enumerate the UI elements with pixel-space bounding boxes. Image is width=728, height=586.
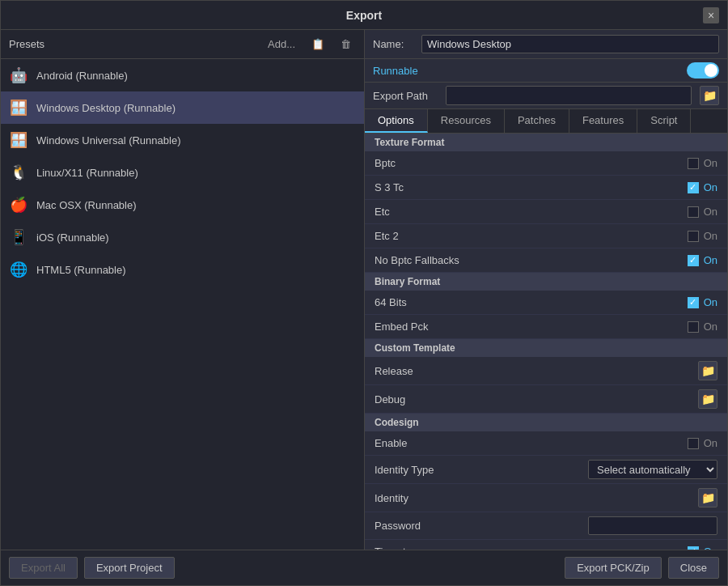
sidebar-item-android[interactable]: 🤖 Android (Runnable)	[1, 59, 364, 91]
option-row-release: Release📁	[365, 357, 727, 385]
option-row-etc2: Etc 2On	[365, 224, 727, 248]
tab-patches[interactable]: Patches	[505, 109, 569, 133]
runnable-toggle[interactable]	[687, 62, 719, 79]
platform-icon: 🍎	[9, 195, 28, 214]
identity-folder-button[interactable]: 📁	[698, 488, 717, 507]
sidebar-item-windows-universal[interactable]: 🪟 Windows Universal (Runnable)	[1, 124, 364, 156]
etc-checkbox[interactable]	[688, 206, 699, 218]
option-label-password: Password	[375, 520, 588, 532]
add-preset-button[interactable]: Add...	[263, 36, 300, 52]
preset-list: 🤖 Android (Runnable) 🪟 Windows Desktop (…	[1, 59, 364, 550]
platform-icon: 🤖	[9, 66, 28, 85]
section-header-custom-template: Custom Template	[365, 339, 727, 357]
runnable-label[interactable]: Runnable	[373, 65, 679, 77]
tab-options[interactable]: Options	[365, 109, 428, 133]
options-panel: Texture FormatBptcOnS 3 Tc✓OnEtcOnEtc 2O…	[365, 134, 727, 550]
option-value-password	[588, 516, 717, 535]
option-row-debug: Debug📁	[365, 385, 727, 414]
preset-label: Windows Desktop (Runnable)	[36, 102, 176, 114]
option-row-bptc: BptcOn	[365, 151, 727, 176]
export-all-button[interactable]: Export All	[9, 557, 78, 579]
option-value-s3tc: ✓On	[688, 181, 717, 193]
s3tc-status: On	[704, 181, 717, 193]
sidebar-item-linux[interactable]: 🐧 Linux/X11 (Runnable)	[1, 156, 364, 189]
preset-label: HTML5 (Runnable)	[36, 264, 126, 276]
preset-label: Windows Universal (Runnable)	[36, 134, 180, 146]
option-label-enable: Enable	[375, 437, 688, 449]
platform-icon: 🪟	[9, 98, 28, 117]
delete-preset-button[interactable]: 🗑	[336, 36, 356, 52]
dialog-title: Export	[346, 9, 382, 22]
sidebar-item-windows-desktop[interactable]: 🪟 Windows Desktop (Runnable)	[1, 91, 364, 124]
platform-icon: 🐧	[9, 163, 28, 182]
platform-icon: 📱	[9, 227, 28, 247]
password-input[interactable]	[588, 516, 717, 535]
option-row-enable: EnableOn	[365, 431, 727, 456]
option-label-no-bptc: No Bptc Fallbacks	[375, 254, 688, 266]
debug-folder-button[interactable]: 📁	[698, 389, 717, 409]
64bits-checkbox[interactable]: ✓	[688, 297, 699, 308]
sidebar-item-ios[interactable]: 📱 iOS (Runnable)	[1, 221, 364, 253]
export-pck-button[interactable]: Export PCK/Zip	[565, 557, 662, 579]
identity-type-select[interactable]: Select automatically	[588, 460, 717, 479]
option-value-64bits: ✓On	[688, 296, 717, 308]
option-label-bptc: Bptc	[375, 157, 688, 169]
option-value-enable: On	[688, 437, 717, 449]
embed-pck-checkbox[interactable]	[688, 321, 699, 333]
etc-status: On	[704, 206, 717, 218]
option-label-identity-type: Identity Type	[375, 464, 588, 476]
option-value-bptc: On	[688, 157, 717, 169]
option-row-etc: EtcOn	[365, 200, 727, 224]
preset-label: Mac OSX (Runnable)	[36, 199, 137, 211]
copy-preset-button[interactable]: 📋	[307, 36, 329, 52]
option-row-64bits: 64 Bits✓On	[365, 291, 727, 315]
bptc-checkbox[interactable]	[688, 158, 699, 169]
option-row-timestamp: Timestamp✓On	[365, 540, 727, 550]
presets-label: Presets	[9, 38, 256, 50]
no-bptc-checkbox[interactable]: ✓	[688, 255, 699, 266]
name-input[interactable]	[421, 35, 719, 53]
close-button[interactable]: Close	[668, 557, 719, 579]
option-row-no-bptc: No Bptc Fallbacks✓On	[365, 248, 727, 273]
tab-script[interactable]: Script	[637, 109, 691, 133]
tab-features[interactable]: Features	[569, 109, 637, 133]
option-label-s3tc: S 3 Tc	[375, 181, 688, 193]
bptc-status: On	[704, 157, 717, 169]
option-label-identity: Identity	[375, 492, 698, 504]
option-row-identity: Identity📁	[365, 484, 727, 512]
s3tc-checkbox[interactable]: ✓	[688, 182, 699, 193]
option-value-identity-type: Select automatically	[588, 460, 717, 479]
bottom-bar: Export All Export Project Export PCK/Zip…	[1, 550, 727, 585]
option-row-password: Password	[365, 512, 727, 540]
preset-label: iOS (Runnable)	[36, 231, 109, 244]
option-label-debug: Debug	[375, 393, 698, 406]
sidebar-header: Presets Add... 📋 🗑	[1, 30, 364, 59]
export-path-input[interactable]	[446, 86, 692, 105]
option-value-release: 📁	[698, 361, 717, 380]
release-folder-button[interactable]: 📁	[698, 361, 717, 380]
export-path-row: Export Path 📁	[365, 83, 727, 109]
close-icon[interactable]: ×	[703, 7, 719, 23]
tabs-bar: OptionsResourcesPatchesFeaturesScript	[365, 109, 727, 134]
option-label-embed-pck: Embed Pck	[375, 321, 688, 333]
tab-resources[interactable]: Resources	[428, 109, 505, 133]
sidebar-item-html5[interactable]: 🌐 HTML5 (Runnable)	[1, 253, 364, 286]
name-label: Name:	[373, 38, 413, 50]
section-header-binary-format: Binary Format	[365, 273, 727, 291]
export-project-button[interactable]: Export Project	[84, 557, 175, 579]
runnable-row: Runnable	[365, 59, 727, 83]
option-label-release: Release	[375, 365, 698, 377]
enable-checkbox[interactable]	[688, 438, 699, 449]
option-value-no-bptc: ✓On	[688, 254, 717, 266]
etc2-checkbox[interactable]	[688, 231, 699, 242]
main-content: Presets Add... 📋 🗑 🤖 Android (Runnable) …	[1, 30, 727, 550]
platform-icon: 🪟	[9, 130, 28, 150]
option-label-etc: Etc	[375, 206, 688, 218]
right-panel: Name: Runnable Export Path 📁 OptionsReso…	[365, 30, 727, 550]
export-dialog: Export × Presets Add... 📋 🗑 🤖 Android (R…	[0, 0, 728, 586]
sidebar-item-mac[interactable]: 🍎 Mac OSX (Runnable)	[1, 189, 364, 221]
no-bptc-status: On	[704, 254, 717, 266]
export-path-folder-button[interactable]: 📁	[700, 86, 719, 105]
sidebar: Presets Add... 📋 🗑 🤖 Android (Runnable) …	[1, 30, 365, 550]
option-label-64bits: 64 Bits	[375, 296, 688, 308]
